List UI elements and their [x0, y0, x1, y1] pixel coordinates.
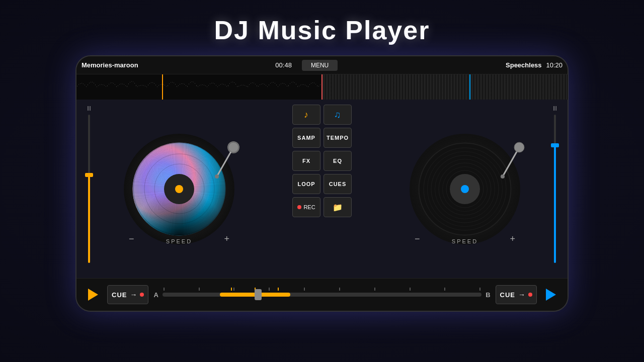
right-tonearm	[490, 141, 525, 182]
left-speed-label: SPEED	[166, 238, 192, 244]
menu-button[interactable]: MENU	[302, 60, 338, 71]
tempo-button[interactable]: TEMPO	[324, 128, 352, 148]
svg-point-3	[215, 174, 219, 178]
right-speed-label: SPEED	[452, 238, 478, 244]
svg-point-5	[514, 142, 524, 152]
music-orange-button[interactable]: ♪	[292, 105, 320, 125]
left-turntable[interactable]: SPEED − +	[124, 134, 234, 244]
app-title: DJ Music Player	[214, 15, 430, 45]
left-play-button[interactable]	[84, 286, 102, 304]
samp-button[interactable]: SAMP	[292, 128, 320, 148]
samp-tempo-row: SAMP TEMPO	[292, 128, 352, 148]
rec-folder-row: REC 📁	[292, 197, 352, 217]
device-frame: Memories-maroon 00:48 MENU Speechless 10…	[75, 55, 569, 312]
left-progress-marker	[162, 74, 163, 100]
right-turntable[interactable]: SPEED − +	[410, 134, 520, 244]
crossfader-track[interactable]	[163, 293, 481, 297]
right-progress-marker	[469, 74, 470, 100]
left-cue-label: CUE	[112, 291, 127, 299]
left-cue-dot	[140, 293, 144, 297]
rec-dot	[297, 205, 301, 209]
right-volume-fader[interactable]: |||	[550, 115, 560, 263]
right-speed-minus[interactable]: −	[415, 234, 420, 244]
left-cue-arrow: →	[130, 291, 137, 299]
waveform-area[interactable]: // Will be drawn via inline SVG rects fo…	[76, 74, 568, 100]
eq-button[interactable]: EQ	[324, 151, 352, 171]
crossfader-handle[interactable]	[255, 289, 262, 300]
left-play-triangle	[88, 289, 98, 301]
svg-point-2	[228, 142, 238, 152]
right-cue-section[interactable]: CUE →	[496, 285, 537, 304]
left-track-name: Memories-maroon	[82, 61, 275, 69]
right-track-time: 10:20	[546, 61, 562, 69]
left-cue-section[interactable]: CUE →	[107, 285, 148, 304]
deck-right: SPEED − + |||	[362, 100, 568, 278]
waveform-right[interactable]	[323, 74, 568, 100]
right-cue-dot	[528, 293, 532, 297]
folder-icon: 📁	[333, 203, 343, 212]
left-speed-plus[interactable]: +	[224, 234, 229, 244]
top-bar: Memories-maroon 00:48 MENU Speechless 10…	[76, 56, 568, 74]
folder-button[interactable]: 📁	[324, 197, 352, 217]
center-red-marker	[321, 74, 323, 100]
right-play-button[interactable]	[542, 286, 560, 304]
left-volume-fader[interactable]: |||	[84, 115, 94, 263]
music-buttons-row: ♪ ♫	[292, 105, 352, 125]
left-tonearm	[204, 141, 239, 182]
crossfader-label-a: A	[153, 291, 158, 299]
right-center-dot	[461, 185, 469, 193]
cues-button[interactable]: CUES	[324, 174, 352, 194]
right-cue-label: CUE	[500, 291, 515, 299]
svg-point-6	[501, 174, 505, 178]
main-content: |||	[76, 100, 568, 278]
right-speed-plus[interactable]: +	[510, 234, 515, 244]
left-track-time: 00:48	[275, 61, 292, 69]
right-cue-arrow: →	[518, 291, 525, 299]
music-blue-button[interactable]: ♫	[324, 105, 352, 125]
left-speed-minus[interactable]: −	[129, 234, 134, 244]
right-play-triangle	[546, 289, 556, 301]
fx-button[interactable]: FX	[292, 151, 320, 171]
right-track-name: Speechless	[348, 61, 541, 69]
loop-cues-row: LOOP CUES	[292, 174, 352, 194]
left-center-dot	[175, 185, 183, 193]
bottom-bar: CUE → A	[76, 278, 568, 311]
fx-eq-row: FX EQ	[292, 151, 352, 171]
crossfader-section: A	[153, 291, 490, 299]
crossfader-label-b: B	[486, 291, 490, 299]
waveform-left[interactable]: // Will be drawn via inline SVG rects fo…	[76, 74, 321, 100]
loop-button[interactable]: LOOP	[292, 174, 320, 194]
deck-left: |||	[76, 100, 282, 278]
rec-button[interactable]: REC	[292, 197, 320, 217]
center-controls: ♪ ♫ SAMP TEMPO FX EQ LOOP CUES REC	[282, 100, 362, 278]
